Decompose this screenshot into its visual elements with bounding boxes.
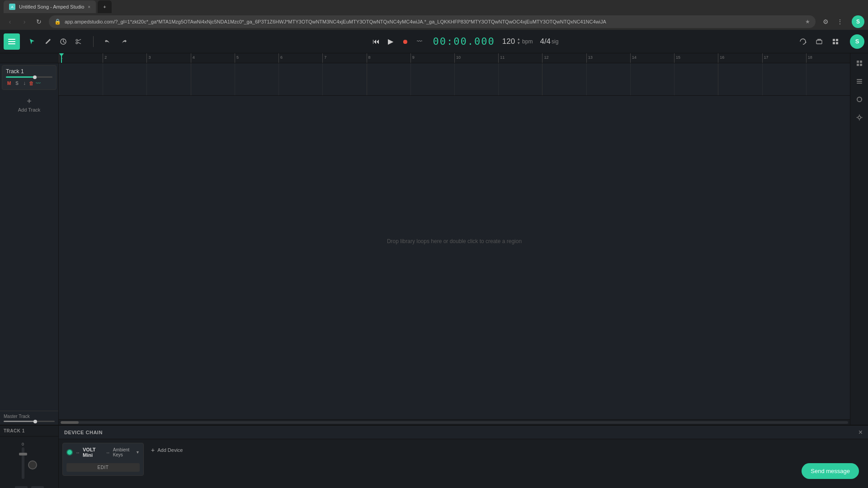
device-chain-content: ↔ VOLT Mini ↔ Ambient Keys ▼ EDIT + Add … <box>59 439 868 488</box>
tab-close-btn[interactable]: × <box>88 5 90 9</box>
right-panel <box>850 53 868 425</box>
undo-redo-group <box>99 34 132 49</box>
bpm-value: 120 <box>502 37 515 46</box>
tab-favicon: A <box>9 4 15 10</box>
device-name: VOLT Mini <box>83 447 102 458</box>
clock-tool-btn[interactable] <box>56 34 71 49</box>
svg-rect-14 <box>857 83 862 84</box>
quantize-btn[interactable] <box>828 34 843 49</box>
separator-1 <box>93 36 94 47</box>
app-header: ⏮ ▶ ⏺ 〰 00:00.000 120 ▲ ▼ bpm 4/4 sig <box>0 30 868 53</box>
add-device-button[interactable]: + Add Device <box>147 443 186 457</box>
right-panel-btn-3[interactable] <box>853 93 866 106</box>
add-device-label: Add Device <box>157 447 183 453</box>
playhead[interactable] <box>61 53 62 63</box>
ruler-17: 17 <box>762 53 806 63</box>
reload-btn[interactable]: ↻ <box>33 15 45 28</box>
mute-button[interactable]: MUTE <box>15 486 28 488</box>
h-scroll-thumb[interactable] <box>61 421 79 424</box>
time-signature[interactable]: 4/4 sig <box>540 37 558 46</box>
timeline-ruler[interactable]: 1 2 3 4 5 6 7 8 9 10 11 12 13 14 15 16 1 <box>59 53 850 63</box>
volume-fader-track[interactable] <box>22 447 24 479</box>
right-panel-btn-1[interactable] <box>853 57 866 70</box>
ruler-18: 18 <box>806 53 850 63</box>
user-avatar[interactable]: S <box>850 34 864 49</box>
add-track-label: Add Track <box>18 107 41 113</box>
forward-btn[interactable]: › <box>18 15 31 28</box>
daw-area: Track 1 M S ↓ 🗑 〰 + Add Track <box>0 53 868 425</box>
menu-button[interactable] <box>4 33 20 50</box>
loop-btn[interactable] <box>796 34 810 49</box>
track-1-delete-btn[interactable]: 🗑 <box>29 80 34 86</box>
bpm-up-arrow[interactable]: ▲ <box>517 38 520 41</box>
bottom-panel: TRACK 1 0 <box>0 425 868 488</box>
track-1-mute-btn[interactable]: M <box>6 80 12 86</box>
h-scroll-bar <box>59 419 850 425</box>
loop-transport-btn[interactable]: 〰 <box>413 35 426 48</box>
device-preset-selector[interactable]: Ambient Keys ▼ <box>113 447 140 457</box>
browser-tab[interactable]: A Untitled Song - Amped Studio × <box>4 0 96 13</box>
device-chain-close-btn[interactable]: × <box>859 428 863 436</box>
new-tab-btn[interactable]: + <box>98 0 111 13</box>
device-power-btn[interactable] <box>66 449 73 455</box>
track-1-volume-knob[interactable] <box>33 75 37 79</box>
device-chain-header: DEVICE CHAIN × <box>59 426 868 439</box>
skip-back-btn[interactable]: ⏮ <box>370 35 382 48</box>
master-volume-knob[interactable] <box>33 420 37 423</box>
drop-hint: Drop library loops here or double click … <box>387 238 522 244</box>
svg-point-15 <box>858 116 861 119</box>
bottom-mixer: 0 MUTE <box>0 436 58 488</box>
pencil-tool-btn[interactable] <box>41 34 55 49</box>
master-track-label: Master Track <box>4 414 55 419</box>
master-volume-slider[interactable] <box>4 421 55 422</box>
device-preset-name: Ambient Keys <box>113 447 134 457</box>
track-item-1[interactable]: Track 1 M S ↓ 🗑 〰 <box>2 65 57 90</box>
svg-rect-4 <box>833 39 835 41</box>
vertical-fader-group: 0 <box>22 442 24 479</box>
ruler-4: 4 <box>191 53 235 63</box>
track-1-volume-slider[interactable] <box>6 76 52 78</box>
punch-in-btn[interactable] <box>812 34 826 49</box>
track-1-arm-btn[interactable]: ↓ <box>22 80 27 87</box>
solo-button[interactable]: SOLO <box>31 486 44 488</box>
more-btn[interactable]: ⋮ <box>834 15 846 28</box>
extensions-btn[interactable]: ⚙ <box>819 15 832 28</box>
fader-level-label: 0 <box>22 442 24 446</box>
record-btn[interactable]: ⏺ <box>399 35 411 48</box>
send-message-btn[interactable]: Send message <box>802 463 859 479</box>
transport-center: ⏮ ▶ ⏺ 〰 00:00.000 120 ▲ ▼ bpm 4/4 sig <box>136 35 792 48</box>
track-1-solo-btn[interactable]: S <box>14 80 20 86</box>
bpm-arrows[interactable]: ▲ ▼ <box>517 38 520 45</box>
scissors-tool-btn[interactable] <box>71 34 86 49</box>
device-edit-btn[interactable]: EDIT <box>66 463 140 472</box>
svg-point-2 <box>76 42 78 44</box>
ruler-5: 5 <box>235 53 278 63</box>
pan-knob[interactable] <box>28 460 37 469</box>
undo-btn[interactable] <box>101 34 115 49</box>
master-track-section: Master Track <box>0 411 58 425</box>
add-device-plus-icon: + <box>151 446 155 454</box>
tab-title: Untitled Song - Amped Studio <box>19 4 84 9</box>
bpm-down-arrow[interactable]: ▼ <box>517 42 520 45</box>
pan-control <box>28 460 37 469</box>
play-btn[interactable]: ▶ <box>384 35 397 48</box>
right-panel-btn-4[interactable] <box>853 111 866 124</box>
hamburger-icon <box>8 39 15 44</box>
right-panel-btn-2[interactable] <box>853 75 866 88</box>
volume-fader-thumb[interactable] <box>19 453 27 455</box>
h-scroll-track[interactable] <box>61 421 848 424</box>
track-1-name: Track 1 <box>6 68 52 75</box>
bpm-control[interactable]: 120 ▲ ▼ bpm <box>502 37 533 46</box>
time-display[interactable]: 00:00.000 <box>433 36 495 47</box>
url-bar[interactable]: 🔒 app.ampedstudio.com/?_gl=1*zkt20c*_ga*… <box>49 15 816 28</box>
add-track-button[interactable]: + Add Track <box>0 92 58 118</box>
redo-btn[interactable] <box>116 34 131 49</box>
track-1-waveform-btn[interactable]: 〰 <box>36 80 41 86</box>
ruler-14: 14 <box>630 53 674 63</box>
select-tool-btn[interactable] <box>25 34 40 49</box>
browser-profile-avatar[interactable]: S <box>852 15 864 28</box>
back-btn[interactable]: ‹ <box>4 15 16 28</box>
empty-drop-area[interactable]: Drop library loops here or double click … <box>59 63 850 419</box>
track-1-controls: M S ↓ 🗑 〰 <box>6 80 52 87</box>
track-lanes[interactable]: Drop library loops here or double click … <box>59 63 850 419</box>
